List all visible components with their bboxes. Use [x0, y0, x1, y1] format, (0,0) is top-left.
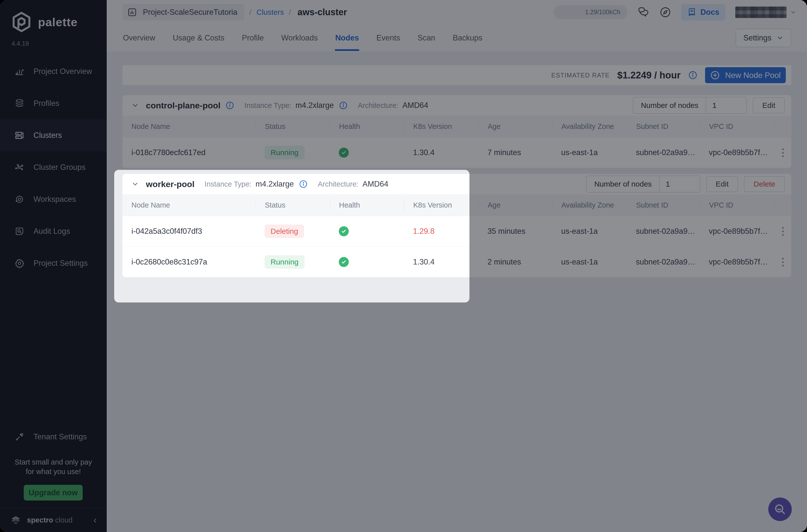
tab-profile[interactable]: Profile: [241, 25, 264, 51]
chevron-down-icon: [790, 9, 796, 16]
number-of-nodes-input[interactable]: 1: [660, 176, 700, 192]
cluster-tabs: Overview Usage & Costs Profile Workloads…: [107, 24, 807, 52]
edit-button[interactable]: Edit: [706, 176, 738, 192]
search-help-fab[interactable]: [768, 497, 792, 521]
health-check-icon: [339, 226, 349, 236]
number-of-nodes-input[interactable]: 1: [706, 97, 746, 113]
pool-header: worker-pool Instance Type: m4.2xlarge Ar…: [123, 174, 791, 194]
node-name: i-018c7780ecfc617ed: [123, 148, 256, 157]
health-check-icon: [339, 148, 349, 158]
tab-backups[interactable]: Backups: [452, 25, 483, 51]
brand-name: palette: [38, 15, 78, 29]
project-icon: [127, 7, 137, 18]
tab-scan[interactable]: Scan: [417, 25, 436, 51]
layers-icon: [15, 98, 24, 108]
estimated-rate-bar: ESTIMATED RATE $1.2249 / hour New Node P…: [123, 65, 791, 85]
plus-circle-icon: [710, 70, 720, 80]
bar-chart-icon: [15, 66, 24, 76]
sidebar-collapse-icon[interactable]: ‹: [93, 515, 97, 525]
node-age: 7 minutes: [478, 148, 552, 157]
orbit-icon: [15, 194, 24, 204]
tab-nodes[interactable]: Nodes: [335, 25, 359, 51]
sidebar-item-profiles[interactable]: Profiles: [0, 88, 107, 119]
k8s-version: 1.30.4: [404, 148, 478, 157]
estimated-rate-value: $1.2249 / hour: [617, 70, 680, 81]
info-icon[interactable]: [299, 179, 308, 189]
docs-button[interactable]: Docs: [681, 4, 725, 20]
vpc-id: vpc-0e89b5b7f…: [700, 258, 774, 266]
delete-button[interactable]: Delete: [744, 176, 785, 192]
promo-line1: Start small and only pay: [0, 458, 107, 467]
architecture-label: Architecture:: [318, 180, 358, 188]
control-plane-pool-card: control-plane-pool Instance Type: m4.2xl…: [123, 95, 791, 168]
k8s-version: 1.29.8: [404, 227, 478, 236]
audit-icon: [15, 226, 24, 236]
pool-name: control-plane-pool: [146, 101, 220, 110]
sidebar-item-clusters[interactable]: Clusters: [0, 119, 107, 151]
number-of-nodes-label: Number of nodes: [633, 97, 706, 113]
status-badge: Running: [265, 146, 304, 159]
book-icon: [687, 8, 696, 17]
table-header: Node Name Status Health K8s Version Age …: [123, 116, 791, 137]
edit-button[interactable]: Edit: [753, 97, 785, 113]
vpc-id: vpc-0e89b5b7f…: [700, 148, 774, 157]
node-name: i-042a5a3c0f4f07df3: [123, 227, 256, 236]
sidebar-footer: spectro cloud ‹: [0, 508, 107, 532]
architecture-value: AMD64: [362, 179, 388, 189]
sidebar-item-workspaces[interactable]: Workspaces: [0, 183, 107, 215]
promo-line2: for what you use!: [0, 467, 107, 477]
breadcrumb-clusters-link[interactable]: Clusters: [256, 8, 284, 17]
availability-zone: us-east-1a: [552, 258, 627, 266]
search-smile-icon: [773, 503, 787, 516]
info-icon[interactable]: [225, 101, 234, 110]
row-menu-kebab-icon[interactable]: [774, 258, 791, 266]
vpc-id: vpc-0e89b5b7f…: [700, 227, 774, 236]
tab-events[interactable]: Events: [376, 25, 400, 51]
table-header: Node Name Status Health K8s Version Age …: [123, 194, 791, 216]
tab-workloads[interactable]: Workloads: [281, 25, 318, 51]
tab-usage-costs[interactable]: Usage & Costs: [172, 25, 225, 51]
instance-type-value: m4.2xlarge: [296, 101, 334, 110]
node-name: i-0c2680c0e8c31c97a: [123, 258, 256, 266]
gear-icon: [15, 258, 24, 268]
servers-icon: [15, 130, 24, 140]
compass-icon[interactable]: [659, 6, 671, 18]
upgrade-now-button[interactable]: Upgrade now: [24, 485, 83, 500]
sidebar-item-project-settings[interactable]: Project Settings: [0, 247, 107, 279]
info-icon[interactable]: [688, 71, 698, 80]
architecture-value: AMD64: [402, 101, 428, 110]
pool-actions: Number of nodes 1 Edit Delete: [586, 176, 785, 193]
settings-button[interactable]: Settings: [735, 29, 791, 47]
user-menu[interactable]: [735, 6, 796, 18]
new-node-pool-button[interactable]: New Node Pool: [705, 67, 786, 83]
collapse-chevron-icon[interactable]: [131, 102, 139, 109]
number-of-nodes-control: Number of nodes 1: [586, 176, 700, 193]
sidebar-item-audit-logs[interactable]: Audit Logs: [0, 215, 107, 247]
estimated-rate-label: ESTIMATED RATE: [551, 72, 610, 79]
spectro-cloud-brand: spectro cloud: [27, 516, 73, 524]
sidebar: palette 4.4.19 Project Overview Profiles: [0, 0, 107, 532]
subnet-id: subnet-02a9a9…: [627, 148, 700, 157]
status-badge: Running: [265, 255, 304, 269]
breadcrumb-project-chip[interactable]: Project-ScaleSecureTutoria: [123, 4, 244, 20]
chat-icon[interactable]: [637, 6, 649, 18]
collapse-chevron-icon[interactable]: [131, 180, 139, 188]
user-name-redacted: [735, 6, 787, 18]
sidebar-item-tenant-settings[interactable]: Tenant Settings: [0, 421, 121, 453]
app-version: 4.4.19: [0, 33, 107, 47]
spectro-cloud-logo-icon: [10, 514, 21, 526]
breadcrumb-separator: /: [249, 8, 251, 17]
info-icon[interactable]: [339, 101, 348, 110]
number-of-nodes-label: Number of nodes: [587, 176, 660, 192]
usage-meter-pill[interactable]: 1.29/100kCh: [553, 5, 627, 19]
sidebar-item-project-overview[interactable]: Project Overview: [0, 55, 107, 88]
row-menu-kebab-icon[interactable]: [774, 227, 791, 236]
tab-overview[interactable]: Overview: [123, 25, 156, 51]
sidebar-item-cluster-groups[interactable]: Cluster Groups: [0, 151, 107, 183]
palette-logo-icon: [11, 12, 32, 33]
row-menu-kebab-icon[interactable]: [774, 148, 791, 157]
brand-logo: palette: [0, 0, 107, 33]
table-row: i-0c2680c0e8c31c97a Running 1.30.4 2 min…: [123, 247, 791, 277]
k8s-version: 1.30.4: [404, 258, 478, 266]
subnet-id: subnet-02a9a9…: [627, 227, 700, 236]
